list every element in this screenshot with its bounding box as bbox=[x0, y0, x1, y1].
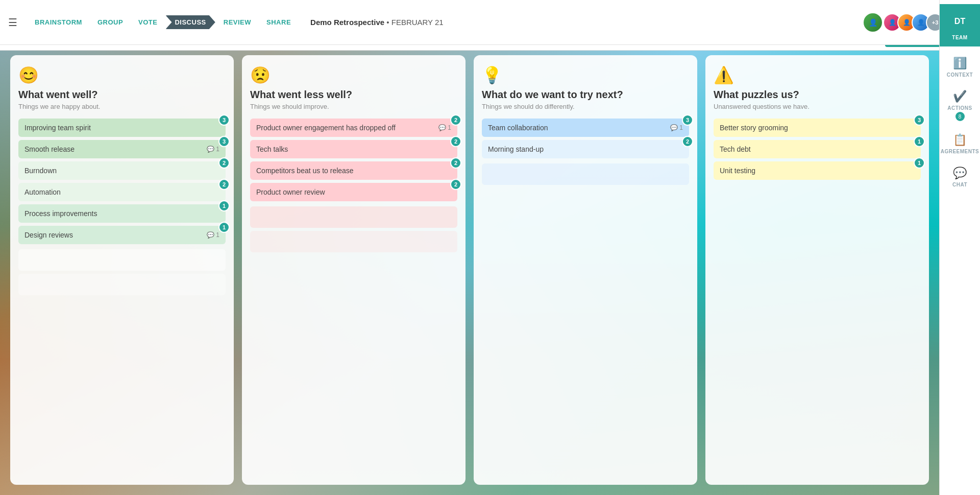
puzzles-items: Better story grooming 3 Tech debt 1 Unit… bbox=[714, 119, 921, 475]
item-wrapper: Tech debt 1 bbox=[714, 140, 921, 158]
card-went-well-header: 😊 What went well? Things we are happy ab… bbox=[18, 65, 226, 110]
top-nav: ☰ BRAINSTORM GROUP VOTE DISCUSS REVIEW S… bbox=[0, 0, 980, 45]
chat-label: CHAT bbox=[952, 182, 967, 187]
comment-icon: 💬 1 bbox=[207, 146, 219, 153]
team-initials: DT bbox=[949, 10, 971, 33]
nav-brainstorm[interactable]: BRAINSTORM bbox=[28, 15, 89, 29]
vote-badge: 2 bbox=[450, 179, 461, 190]
item-wrapper: Smooth release 💬 1 3 bbox=[18, 140, 226, 158]
list-item[interactable]: Improving team spirit bbox=[18, 119, 226, 137]
list-item[interactable]: Process improvements bbox=[18, 204, 226, 223]
list-item[interactable]: Morning stand-up bbox=[482, 140, 689, 158]
puzzles-title: What puzzles us? bbox=[714, 89, 921, 101]
list-item[interactable]: Design reviews 💬 1 bbox=[18, 226, 226, 244]
comment-icon: 💬 1 bbox=[438, 124, 451, 131]
puzzles-subtitle: Unanswered questions we have. bbox=[714, 103, 921, 110]
menu-icon[interactable]: ☰ bbox=[8, 16, 17, 29]
try-next-subtitle: Things we should do differently. bbox=[482, 103, 689, 110]
cards-container: 😊 What went well? Things we are happy ab… bbox=[10, 55, 929, 485]
nav-discuss[interactable]: DISCUSS bbox=[165, 15, 215, 29]
sidebar-item-chat[interactable]: 💬 CHAT bbox=[940, 160, 980, 194]
try-next-items: Team collaboration 💬 1 3 Morning stand-u… bbox=[482, 119, 689, 475]
list-item[interactable]: Tech talks bbox=[250, 140, 457, 158]
actions-badge: 8 bbox=[955, 112, 965, 121]
sidebar-item-agreements[interactable]: 📋 AGREEMENTS bbox=[940, 127, 980, 160]
empty-slot bbox=[250, 206, 457, 228]
less-well-items: Product owner engagement has dropped off… bbox=[250, 119, 457, 475]
comment-icon: 💬 1 bbox=[207, 231, 219, 239]
context-icon: ℹ️ bbox=[953, 57, 967, 70]
less-well-subtitle: Things we should improve. bbox=[250, 103, 457, 110]
actions-icon: ✔️ bbox=[953, 90, 967, 103]
nav-review[interactable]: REVIEW bbox=[216, 15, 258, 29]
item-wrapper: Process improvements 1 bbox=[18, 204, 226, 223]
item-wrapper: Burndown 2 bbox=[18, 161, 226, 180]
item-wrapper: Automation 2 bbox=[18, 183, 226, 201]
chat-icon: 💬 bbox=[953, 167, 967, 180]
context-label: CONTEXT bbox=[947, 72, 973, 78]
nav-share[interactable]: SHARE bbox=[259, 15, 298, 29]
item-wrapper: Team collaboration 💬 1 3 bbox=[482, 119, 689, 137]
nav-group[interactable]: GROUP bbox=[90, 15, 130, 29]
nav-steps: BRAINSTORM GROUP VOTE DISCUSS REVIEW SHA… bbox=[28, 15, 298, 29]
card-puzzles: ⚠️ What puzzles us? Unanswered questions… bbox=[705, 55, 929, 485]
sidebar-item-actions[interactable]: ✔️ ACTIONS 8 bbox=[940, 84, 980, 127]
item-wrapper: Improving team spirit 3 bbox=[18, 119, 226, 137]
item-wrapper: Morning stand-up 2 bbox=[482, 140, 689, 158]
list-item[interactable]: Automation bbox=[18, 183, 226, 201]
team-label: TEAM bbox=[952, 35, 967, 40]
vote-badge: 1 bbox=[914, 157, 925, 169]
item-wrapper: Tech talks 2 bbox=[250, 140, 457, 158]
went-well-icon: 😊 bbox=[18, 65, 226, 85]
agreements-label: AGREEMENTS bbox=[941, 149, 979, 154]
vote-badge: 2 bbox=[682, 136, 693, 147]
vote-badge: 3 bbox=[914, 114, 925, 126]
item-wrapper: Product owner engagement has dropped off… bbox=[250, 119, 457, 137]
background: 😊 What went well? Things we are happy ab… bbox=[0, 45, 939, 495]
less-well-icon: 😟 bbox=[250, 65, 457, 85]
puzzles-icon: ⚠️ bbox=[714, 65, 921, 85]
vote-badge: 3 bbox=[218, 114, 230, 126]
list-item[interactable]: Smooth release 💬 1 bbox=[18, 140, 226, 158]
avatar-main: 👤 bbox=[863, 12, 883, 33]
page-title: Demo Retrospective • FEBRUARY 21 bbox=[310, 18, 444, 27]
vote-badge: 2 bbox=[450, 136, 461, 147]
sidebar-item-context[interactable]: ℹ️ CONTEXT bbox=[940, 51, 980, 84]
went-well-title: What went well? bbox=[18, 89, 226, 101]
list-item[interactable]: Product owner engagement has dropped off… bbox=[250, 119, 457, 137]
list-item[interactable]: Burndown bbox=[18, 161, 226, 180]
card-less-well-header: 😟 What went less well? Things we should … bbox=[250, 65, 457, 110]
card-less-well: 😟 What went less well? Things we should … bbox=[242, 55, 465, 485]
vote-badge: 2 bbox=[218, 157, 230, 169]
list-item[interactable]: Team collaboration 💬 1 bbox=[482, 119, 689, 137]
empty-slot bbox=[250, 231, 457, 252]
empty-slot bbox=[482, 163, 689, 185]
list-item[interactable]: Competitors beat us to release bbox=[250, 161, 457, 180]
went-well-subtitle: Things we are happy about. bbox=[18, 103, 226, 110]
item-wrapper: Product owner review 2 bbox=[250, 183, 457, 201]
vote-badge: 2 bbox=[450, 114, 461, 126]
vote-badge: 1 bbox=[914, 136, 925, 147]
item-wrapper: Design reviews 💬 1 1 bbox=[18, 226, 226, 244]
sidebar-item-team[interactable]: DT TEAM bbox=[940, 4, 980, 46]
empty-slot bbox=[18, 249, 226, 271]
list-item[interactable]: Unit testing bbox=[714, 161, 921, 180]
nav-vote[interactable]: VOTE bbox=[131, 15, 164, 29]
card-went-well: 😊 What went well? Things we are happy ab… bbox=[10, 55, 234, 485]
list-item[interactable]: Product owner review bbox=[250, 183, 457, 201]
list-item[interactable]: Tech debt bbox=[714, 140, 921, 158]
try-next-title: What do we want to try next? bbox=[482, 89, 689, 101]
list-item[interactable]: Better story grooming bbox=[714, 119, 921, 137]
went-well-items: Improving team spirit 3 Smooth release 💬… bbox=[18, 119, 226, 475]
card-try-next-header: 💡 What do we want to try next? Things we… bbox=[482, 65, 689, 110]
vote-badge: 1 bbox=[218, 200, 230, 211]
less-well-title: What went less well? bbox=[250, 89, 457, 101]
try-next-icon: 💡 bbox=[482, 65, 689, 85]
vote-badge: 1 bbox=[218, 222, 230, 233]
item-wrapper: Better story grooming 3 bbox=[714, 119, 921, 137]
actions-label: ACTIONS bbox=[947, 105, 972, 111]
empty-slot bbox=[18, 274, 226, 295]
vote-badge: 3 bbox=[218, 136, 230, 147]
item-wrapper: Unit testing 1 bbox=[714, 161, 921, 180]
vote-badge: 2 bbox=[218, 179, 230, 190]
